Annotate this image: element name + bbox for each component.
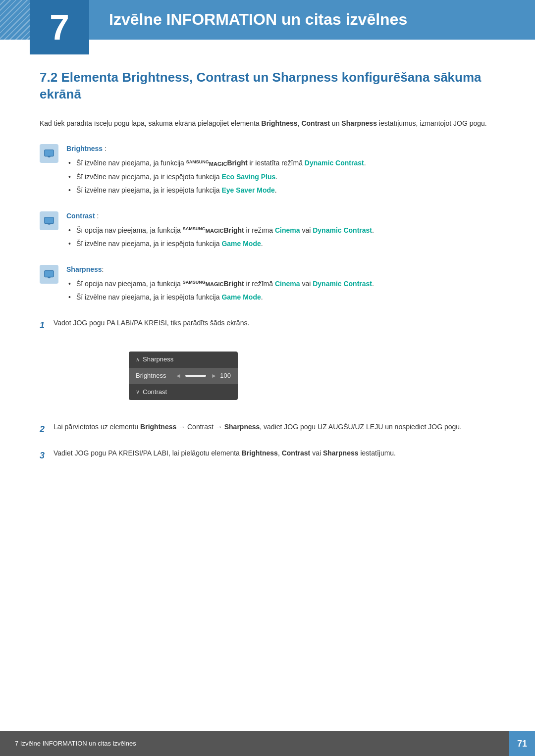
step-2-content: Lai pārvietotos uz elementu Brightness →… [54,421,495,433]
sharpness-bullets: Šī opcija nav pieejama, ja funkcija SAMS… [66,278,495,304]
osd-chevron-up: ∧ [136,355,140,364]
osd-bar [185,375,207,377]
sharpness-bullet-2: Šī izvēlne nav pieejama, ja ir iespējota… [66,292,495,303]
step-1-content: Vadot JOG pogu PA LABI/PA KREISI, tiks p… [54,317,495,329]
brightness-heading: Brightness : [66,143,495,154]
chapter-number: 7 [50,9,69,45]
osd-contrast-label: Contrast [143,387,182,398]
osd-brightness-value: 100 [217,371,231,381]
section-number: 7.2 [40,70,57,85]
sharpness-icon [40,265,58,284]
osd-arrow-left: ◄ [175,371,181,381]
brightness-bullet-1: Šī izvēlne nav pieejama, ja funkcija SAM… [66,157,495,169]
sharpness-heading: Sharpness: [66,264,495,275]
main-content: 7.2 Elementa Brightness, Contrast un Sha… [0,40,535,513]
sharpness-content: Sharpness: Šī opcija nav pieejama, ja fu… [66,264,495,305]
sharpness-label: Sharpness [66,265,102,273]
section-heading: Elementa Brightness, Contrast un Sharpne… [40,70,482,101]
contrast-bullets: Šī opcija nav pieejama, ja funkcija SAMS… [66,225,495,251]
contrast-content: Contrast : Šī opcija nav pieejama, ja fu… [66,210,495,252]
osd-arrow-right: ► [211,371,217,381]
footer-page: 71 [509,731,535,756]
brightness-bullet-3: Šī izvēlne nav pieejama, ja ir iespējota… [66,185,495,197]
section-title: 7.2 Elementa Brightness, Contrast un Sha… [40,69,495,103]
step-1-number: 1 [40,318,54,333]
brightness-bullets: Šī izvēlne nav pieejama, ja funkcija SAM… [66,157,495,197]
contrast-bullet-1: Šī opcija nav pieejama, ja funkcija SAMS… [66,225,495,237]
footer: 7 Izvēlne INFORMATION un citas izvēlnes … [0,731,535,756]
osd-row-sharpness: ∧ Sharpness [129,352,238,368]
step-1-block: 1 Vadot JOG pogu PA LABI/PA KREISI, tiks… [40,317,495,333]
osd-widget: ∧ Sharpness Brightness ◄ ► 100 ∨ Contras… [129,352,238,400]
brightness-bullet-2: Šī izvēlne nav pieejama, ja ir iespējota… [66,171,495,183]
contrast-heading: Contrast : [66,210,495,221]
header-bar: 7 Izvēlne INFORMATION un citas izvēlnes [0,0,535,40]
brightness-block: Brightness : Šī izvēlne nav pieejama, ja… [40,143,495,199]
sharpness-bullet-1: Šī opcija nav pieejama, ja funkcija SAMS… [66,278,495,290]
contrast-label: Contrast [66,212,95,220]
contrast-icon [40,211,58,230]
brightness-label: Brightness [66,145,103,152]
svg-rect-6 [45,271,54,277]
brightness-icon [40,144,58,163]
footer-text: 7 Izvēlne INFORMATION un citas izvēlnes [15,739,136,749]
step-3-content: Vadiet JOG pogu PA KREISI/PA LABI, lai p… [54,448,495,459]
sharpness-block: Sharpness: Šī opcija nav pieejama, ja fu… [40,264,495,305]
osd-chevron-down: ∨ [136,388,140,397]
chapter-box: 7 [30,0,89,54]
contrast-bullet-2: Šī izvēlne nav pieejama, ja ir iespējota… [66,238,495,250]
contrast-block: Contrast : Šī opcija nav pieejama, ja fu… [40,210,495,252]
brightness-content: Brightness : Šī izvēlne nav pieejama, ja… [66,143,495,199]
osd-sharpness-label: Sharpness [143,354,182,365]
osd-brightness-label: Brightness [136,371,175,381]
intro-paragraph: Kad tiek parādīta īsceļu pogu lapa, sāku… [40,118,495,130]
svg-rect-0 [45,150,54,156]
osd-container: ∧ Sharpness Brightness ◄ ► 100 ∨ Contras… [99,344,495,411]
step-3-number: 3 [40,449,54,463]
step-3-block: 3 Vadiet JOG pogu PA KREISI/PA LABI, lai… [40,448,495,463]
osd-row-brightness: Brightness ◄ ► 100 [129,368,238,384]
osd-bar-fill [185,375,206,377]
osd-row-contrast: ∨ Contrast [129,384,238,401]
step-2-block: 2 Lai pārvietotos uz elementu Brightness… [40,421,495,437]
step-2-number: 2 [40,422,54,437]
header-title: Izvēlne INFORMATION un citas izvēlnes [99,7,407,32]
svg-rect-3 [45,217,54,224]
